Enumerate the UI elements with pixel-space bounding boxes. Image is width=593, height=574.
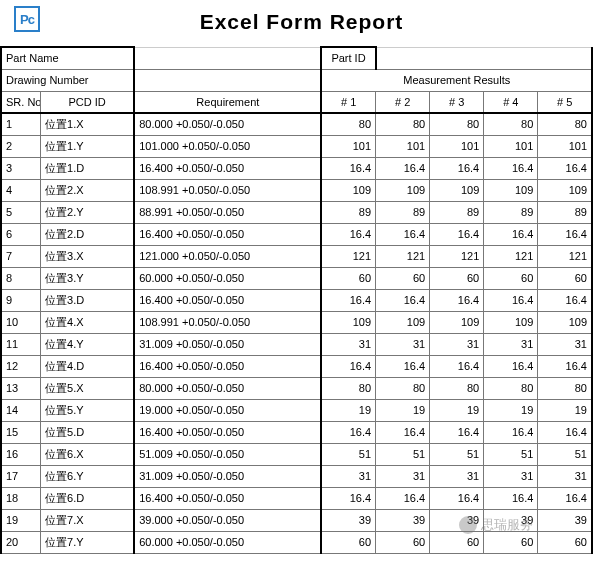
cell-measurement: 109	[430, 311, 484, 333]
col-m3: # 3	[430, 91, 484, 113]
cell-measurement: 19	[538, 399, 592, 421]
cell-measurement: 60	[484, 267, 538, 289]
cell-measurement: 39	[484, 509, 538, 531]
cell-pcd-id: 位置5.D	[41, 421, 135, 443]
part-name-header: Part Name	[1, 47, 134, 69]
col-m4: # 4	[484, 91, 538, 113]
cell-measurement: 60	[538, 531, 592, 553]
cell-sr-no: 20	[1, 531, 41, 553]
table-row: 7位置3.X121.000 +0.050/-0.0501211211211211…	[1, 245, 592, 267]
cell-measurement: 89	[430, 201, 484, 223]
cell-pcd-id: 位置2.X	[41, 179, 135, 201]
cell-measurement: 16.4	[538, 487, 592, 509]
cell-measurement: 80	[430, 113, 484, 135]
table-row: 1位置1.X80.000 +0.050/-0.0508080808080	[1, 113, 592, 135]
cell-measurement: 51	[484, 443, 538, 465]
cell-measurement: 80	[484, 113, 538, 135]
cell-sr-no: 13	[1, 377, 41, 399]
blank-cell	[134, 69, 321, 91]
cell-sr-no: 8	[1, 267, 41, 289]
header-row-columns: SR. No PCD ID Requirement # 1 # 2 # 3 # …	[1, 91, 592, 113]
cell-pcd-id: 位置3.Y	[41, 267, 135, 289]
cell-measurement: 121	[484, 245, 538, 267]
cell-sr-no: 16	[1, 443, 41, 465]
cell-measurement: 60	[430, 267, 484, 289]
cell-sr-no: 18	[1, 487, 41, 509]
cell-sr-no: 14	[1, 399, 41, 421]
drawing-number-header: Drawing Number	[1, 69, 134, 91]
cell-measurement: 16.4	[484, 289, 538, 311]
cell-pcd-id: 位置1.X	[41, 113, 135, 135]
cell-measurement: 80	[430, 377, 484, 399]
cell-requirement: 108.991 +0.050/-0.050	[134, 311, 321, 333]
cell-measurement: 109	[376, 179, 430, 201]
cell-measurement: 101	[538, 135, 592, 157]
table-row: 6位置2.D16.400 +0.050/-0.05016.416.416.416…	[1, 223, 592, 245]
cell-requirement: 16.400 +0.050/-0.050	[134, 157, 321, 179]
cell-measurement: 121	[376, 245, 430, 267]
cell-measurement: 16.4	[484, 487, 538, 509]
cell-sr-no: 1	[1, 113, 41, 135]
cell-requirement: 39.000 +0.050/-0.050	[134, 509, 321, 531]
cell-sr-no: 5	[1, 201, 41, 223]
cell-pcd-id: 位置1.D	[41, 157, 135, 179]
cell-measurement: 80	[321, 113, 375, 135]
cell-measurement: 109	[538, 179, 592, 201]
table-row: 9位置3.D16.400 +0.050/-0.05016.416.416.416…	[1, 289, 592, 311]
cell-requirement: 16.400 +0.050/-0.050	[134, 355, 321, 377]
cell-measurement: 80	[484, 377, 538, 399]
cell-measurement: 109	[484, 311, 538, 333]
col-sr-no: SR. No	[1, 91, 41, 113]
cell-sr-no: 19	[1, 509, 41, 531]
cell-measurement: 16.4	[376, 355, 430, 377]
cell-measurement: 16.4	[376, 157, 430, 179]
measurement-results-header: Measurement Results	[321, 69, 592, 91]
cell-measurement: 19	[321, 399, 375, 421]
cell-sr-no: 4	[1, 179, 41, 201]
excel-report-sheet: Pc Excel Form Report Part Name Part ID D…	[0, 0, 593, 554]
cell-measurement: 16.4	[538, 421, 592, 443]
cell-measurement: 16.4	[321, 487, 375, 509]
cell-measurement: 39	[430, 509, 484, 531]
cell-measurement: 16.4	[430, 157, 484, 179]
cell-measurement: 80	[538, 113, 592, 135]
cell-measurement: 60	[321, 267, 375, 289]
cell-pcd-id: 位置3.D	[41, 289, 135, 311]
table-row: 10位置4.X108.991 +0.050/-0.050109109109109…	[1, 311, 592, 333]
cell-measurement: 51	[321, 443, 375, 465]
cell-requirement: 31.009 +0.050/-0.050	[134, 465, 321, 487]
cell-measurement: 31	[321, 465, 375, 487]
table-row: 4位置2.X108.991 +0.050/-0.0501091091091091…	[1, 179, 592, 201]
cell-measurement: 16.4	[430, 487, 484, 509]
table-row: 15位置5.D16.400 +0.050/-0.05016.416.416.41…	[1, 421, 592, 443]
cell-measurement: 109	[321, 311, 375, 333]
cell-measurement: 39	[321, 509, 375, 531]
cell-requirement: 16.400 +0.050/-0.050	[134, 421, 321, 443]
cell-measurement: 16.4	[538, 223, 592, 245]
cell-measurement: 31	[484, 333, 538, 355]
cell-requirement: 16.400 +0.050/-0.050	[134, 289, 321, 311]
cell-pcd-id: 位置6.D	[41, 487, 135, 509]
cell-sr-no: 6	[1, 223, 41, 245]
cell-pcd-id: 位置5.Y	[41, 399, 135, 421]
col-m1: # 1	[321, 91, 375, 113]
cell-measurement: 31	[430, 333, 484, 355]
cell-measurement: 16.4	[321, 421, 375, 443]
cell-measurement: 19	[484, 399, 538, 421]
cell-sr-no: 15	[1, 421, 41, 443]
title-row: Pc Excel Form Report	[0, 0, 593, 46]
cell-measurement: 39	[538, 509, 592, 531]
header-row-partname: Part Name Part ID	[1, 47, 592, 69]
cell-measurement: 16.4	[484, 421, 538, 443]
cell-measurement: 60	[430, 531, 484, 553]
cell-measurement: 31	[376, 333, 430, 355]
cell-pcd-id: 位置4.Y	[41, 333, 135, 355]
cell-requirement: 108.991 +0.050/-0.050	[134, 179, 321, 201]
cell-measurement: 31	[321, 333, 375, 355]
cell-sr-no: 3	[1, 157, 41, 179]
cell-requirement: 16.400 +0.050/-0.050	[134, 487, 321, 509]
cell-measurement: 121	[321, 245, 375, 267]
cell-pcd-id: 位置1.Y	[41, 135, 135, 157]
cell-measurement: 101	[321, 135, 375, 157]
cell-requirement: 31.009 +0.050/-0.050	[134, 333, 321, 355]
